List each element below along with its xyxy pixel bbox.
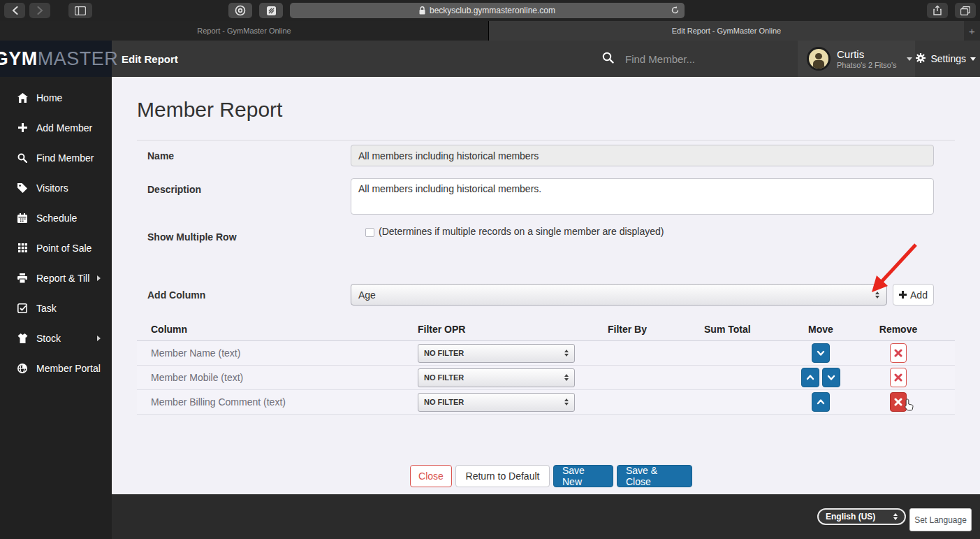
show-multiple-row-hint: (Determines if multiple records on a sin… [379, 226, 664, 237]
plus-icon [17, 122, 28, 134]
browser-tab-edit-report[interactable]: Edit Report - GymMaster Online [489, 21, 964, 41]
gymmaster-logo[interactable]: GYMMASTER [0, 41, 112, 77]
search-icon [602, 52, 614, 66]
sidebar-item-schedule[interactable]: Schedule [0, 203, 112, 233]
filter-opr-select[interactable]: NO FILTER [418, 393, 575, 412]
select-spinner-icon [875, 292, 879, 299]
forward-button[interactable] [29, 3, 50, 18]
set-language-button[interactable]: Set Language [909, 508, 972, 531]
user-menu[interactable]: Curtis Phatso's 2 Fitso's [798, 41, 915, 77]
language-selected-value: English (US) [826, 512, 875, 522]
sidebar-item-member-portal[interactable]: Member Portal [0, 353, 112, 383]
sidebar: Home Add Member Find Member Visitors Sch… [0, 77, 112, 539]
show-multiple-row-label: Show Multiple Row [147, 231, 237, 243]
task-icon [17, 303, 28, 314]
filter-opr-select[interactable]: NO FILTER [418, 344, 575, 363]
browser-chrome: beckysclub.gymmasteronline.com [0, 0, 980, 21]
browser-tab-report[interactable]: Report - GymMaster Online [0, 21, 489, 41]
grid-icon [17, 243, 28, 254]
select-spinner-icon [564, 398, 569, 405]
sidebar-item-add-member[interactable]: Add Member [0, 113, 112, 143]
app-header: GYMMASTER Edit Report Curtis Phatso's 2 … [0, 41, 980, 77]
add-column-label: Add Column [147, 289, 205, 301]
remove-button[interactable] [890, 343, 907, 363]
find-member-input[interactable] [625, 53, 772, 65]
sidebar-item-point-of-sale[interactable]: Point of Sale [0, 233, 112, 263]
col-header-remove: Remove [842, 324, 955, 335]
page-title: Edit Report [122, 41, 178, 77]
chevron-right-icon [97, 275, 101, 281]
name-label: Name [147, 150, 174, 161]
description-label: Description [147, 184, 201, 195]
remove-button[interactable] [890, 368, 907, 387]
name-field[interactable] [351, 145, 934, 166]
tabs-overview-icon[interactable] [955, 3, 976, 18]
save-close-button[interactable]: Save & Close [617, 465, 692, 487]
move-up-button[interactable] [801, 368, 819, 387]
sidebar-toggle-icon[interactable] [68, 3, 92, 18]
user-club: Phatso's 2 Fitso's [837, 61, 897, 69]
user-avatar [807, 47, 831, 71]
close-button[interactable]: Close [410, 465, 452, 487]
return-to-default-button[interactable]: Return to Default [455, 465, 550, 487]
extension-icon[interactable] [228, 3, 252, 18]
search-icon [17, 152, 28, 164]
report-columns-table: Column Filter OPR Filter By Sum Total Mo… [137, 318, 955, 415]
add-column-select[interactable]: Age [351, 284, 887, 306]
chevron-down-icon [970, 57, 976, 61]
col-header-move: Move [800, 324, 842, 335]
sidebar-item-find-member[interactable]: Find Member [0, 143, 112, 173]
table-row: Member Name (text) NO FILTER [137, 341, 955, 366]
divider [137, 140, 955, 141]
home-icon [17, 92, 28, 103]
move-down-button[interactable] [822, 368, 840, 387]
footer: English (US) Set Language [112, 494, 980, 539]
sidebar-item-stock[interactable]: Stock [0, 323, 112, 353]
extension-icon[interactable] [259, 3, 283, 18]
sidebar-item-task[interactable]: Task [0, 293, 112, 323]
settings-label: Settings [930, 53, 966, 64]
language-select[interactable]: English (US) [817, 508, 906, 525]
url-bar[interactable]: beckysclub.gymmasteronline.com [290, 3, 685, 18]
tab-bar: Report - GymMaster Online Edit Report - … [0, 21, 980, 41]
sidebar-item-report-till[interactable]: Report & Till [0, 263, 112, 293]
sidebar-item-visitors[interactable]: Visitors [0, 173, 112, 203]
back-button[interactable] [4, 3, 25, 18]
globe-icon [17, 363, 28, 374]
calendar-icon [17, 213, 28, 224]
filter-opr-select[interactable]: NO FILTER [418, 368, 575, 387]
col-header-filter-by: Filter By [608, 324, 704, 335]
add-column-button[interactable]: Add [893, 284, 934, 306]
column-name: Member Billing Comment (text) [137, 396, 418, 408]
form-actions: Close Return to Default Save New Save & … [410, 465, 692, 487]
col-header-sum-total: Sum Total [704, 324, 800, 335]
main-content: Member Report Name Description All membe… [112, 77, 980, 494]
col-header-filter-opr: Filter OPR [418, 324, 608, 335]
move-up-button[interactable] [812, 392, 830, 412]
shirt-icon [17, 333, 28, 344]
printer-icon [17, 273, 28, 284]
remove-button-hovered[interactable] [890, 392, 907, 412]
share-icon[interactable] [927, 3, 948, 18]
column-name: Member Mobile (text) [137, 372, 418, 383]
report-heading: Member Report [137, 98, 282, 122]
sidebar-item-home[interactable]: Home [0, 82, 112, 113]
user-name: Curtis [837, 48, 897, 60]
save-new-button[interactable]: Save New [553, 465, 613, 487]
refresh-icon[interactable] [671, 6, 680, 17]
url-text: beckysclub.gymmasteronline.com [430, 6, 555, 15]
show-multiple-row-checkbox[interactable] [365, 228, 374, 237]
select-spinner-icon [564, 350, 569, 357]
chevron-right-icon [97, 336, 101, 341]
select-spinner-icon [893, 513, 898, 520]
gear-icon [915, 52, 926, 66]
settings-menu[interactable]: Settings [915, 41, 976, 77]
lock-icon [419, 6, 425, 15]
add-column-selected-value: Age [358, 289, 376, 301]
col-header-column: Column [137, 324, 418, 335]
new-tab-button[interactable]: + [964, 21, 980, 41]
chevron-down-icon [907, 57, 912, 61]
screen: beckysclub.gymmasteronline.com Report - … [0, 0, 980, 539]
move-down-button[interactable] [812, 343, 830, 363]
description-field[interactable]: All members including historical members… [351, 178, 934, 215]
